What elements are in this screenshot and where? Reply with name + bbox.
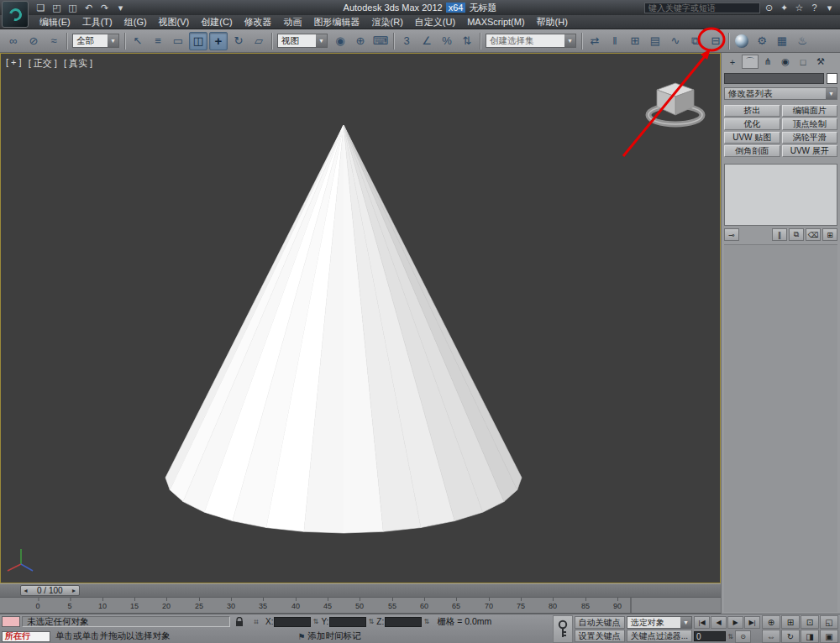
z-coordinate-input[interactable] bbox=[385, 617, 422, 627]
modifier-button-vertex-paint[interactable]: 顶点绘制 bbox=[782, 118, 838, 130]
orbit-icon[interactable]: ↻ bbox=[781, 630, 800, 643]
zoom-extents-icon[interactable]: ⊡ bbox=[801, 615, 819, 629]
modifier-button-optimize[interactable]: 优化 bbox=[724, 118, 780, 130]
time-slider[interactable]: ◂ 0 / 100 ▸ bbox=[0, 583, 721, 597]
maxscript-mini-listener[interactable]: 所在行 bbox=[2, 631, 50, 642]
menu-item-group[interactable]: 组(G) bbox=[118, 15, 153, 29]
reference-coordinate-dropdown[interactable]: 视图 ▾ bbox=[277, 34, 328, 48]
redo-icon[interactable]: ↷ bbox=[97, 2, 112, 14]
menu-item-views[interactable]: 视图(V) bbox=[153, 15, 196, 29]
previous-frame-arrow-icon[interactable]: ◂ bbox=[21, 587, 30, 594]
menu-item-graph-editors[interactable]: 图形编辑器 bbox=[308, 15, 366, 29]
named-selection-set-dropdown[interactable]: 创建选择集 ▾ bbox=[486, 34, 576, 48]
set-keys-button[interactable] bbox=[553, 615, 573, 643]
utilities-tab-icon[interactable]: ⚒ bbox=[812, 55, 829, 69]
z-spinner[interactable]: ⇅ bbox=[423, 618, 430, 625]
menu-item-help[interactable]: 帮助(H) bbox=[531, 15, 574, 29]
modifier-button-unwrap-uvw[interactable]: UVW 展开 bbox=[782, 145, 838, 157]
ribbon-toggle-icon[interactable]: ▤ bbox=[646, 32, 664, 50]
motion-tab-icon[interactable]: ◉ bbox=[777, 55, 794, 69]
menu-item-create[interactable]: 创建(C) bbox=[195, 15, 238, 29]
keyboard-override-icon[interactable]: ⌨ bbox=[371, 32, 390, 50]
modifier-list-dropdown[interactable]: 修改器列表 ▾ bbox=[724, 87, 837, 100]
pin-stack-icon[interactable]: ⊸ bbox=[724, 228, 739, 241]
favorites-icon[interactable]: ☆ bbox=[793, 3, 806, 13]
key-filters-button[interactable]: 关键点过滤器... bbox=[627, 630, 692, 642]
layer-manager-icon[interactable]: ⊞ bbox=[626, 32, 644, 50]
curve-editor-icon[interactable]: ∿ bbox=[666, 32, 685, 50]
bind-space-warp-icon[interactable]: ≈ bbox=[45, 32, 63, 50]
snap-3d-icon[interactable]: 3 bbox=[397, 32, 416, 50]
next-frame-arrow-icon[interactable]: ▸ bbox=[70, 587, 79, 594]
mirror-icon[interactable]: ⇄ bbox=[585, 32, 604, 50]
selection-lock-icon[interactable] bbox=[232, 615, 247, 628]
previous-frame-icon[interactable]: ◀ bbox=[711, 616, 727, 629]
angle-snap-icon[interactable]: ∠ bbox=[417, 32, 436, 50]
menu-item-rendering[interactable]: 渲染(R) bbox=[366, 15, 409, 29]
selected-object-dropdown[interactable]: 选定对象 ▾ bbox=[627, 616, 692, 629]
scene-explorer-icon[interactable]: ⊟ bbox=[706, 32, 725, 50]
select-move-icon[interactable]: + bbox=[209, 32, 228, 50]
menu-item-edit[interactable]: 编辑(E) bbox=[34, 15, 76, 29]
infocenter-search-input[interactable] bbox=[644, 3, 760, 13]
modifier-stack-list[interactable] bbox=[724, 164, 837, 226]
zoom-region-icon[interactable]: ◱ bbox=[820, 615, 838, 629]
play-animation-icon[interactable]: ▶ bbox=[727, 616, 743, 629]
subscription-icon[interactable]: ✦ bbox=[778, 3, 790, 13]
rendered-frame-icon[interactable]: ▦ bbox=[773, 32, 791, 50]
show-end-result-icon[interactable]: ∥ bbox=[772, 228, 787, 241]
y-spinner[interactable]: ⇅ bbox=[367, 618, 375, 625]
schematic-view-icon[interactable]: ⧉ bbox=[686, 32, 705, 50]
key-mode-toggle-icon[interactable]: ⊙ bbox=[735, 630, 751, 643]
menu-item-tools[interactable]: 工具(T) bbox=[76, 15, 118, 29]
frame-spinner[interactable]: ⇅ bbox=[727, 633, 734, 640]
menu-item-modifiers[interactable]: 修改器 bbox=[239, 15, 278, 29]
application-menu-button[interactable] bbox=[2, 1, 29, 28]
maximize-viewport-icon[interactable]: ▣ bbox=[820, 630, 838, 643]
fov-icon[interactable]: ◨ bbox=[801, 630, 819, 643]
absolute-offset-toggle-icon[interactable]: ⌗ bbox=[249, 615, 264, 628]
new-file-icon[interactable]: ❏ bbox=[34, 2, 48, 14]
viewport-view-label[interactable]: [ 正交 ] bbox=[29, 57, 57, 70]
select-scale-icon[interactable]: ▱ bbox=[249, 32, 268, 50]
track-bar[interactable]: 0 5 10 15 20 25 30 35 40 45 50 55 60 65 … bbox=[0, 597, 721, 614]
percent-snap-icon[interactable]: % bbox=[438, 32, 456, 50]
render-setup-icon[interactable]: ⚙ bbox=[753, 32, 771, 50]
select-manipulate-icon[interactable]: ⊕ bbox=[351, 32, 370, 50]
modify-tab-icon[interactable]: ⌒ bbox=[742, 55, 759, 69]
material-editor-icon[interactable] bbox=[732, 32, 751, 50]
x-coordinate-input[interactable] bbox=[274, 617, 311, 627]
align-icon[interactable]: ‖ bbox=[606, 32, 624, 50]
make-unique-icon[interactable]: ⧉ bbox=[789, 228, 804, 241]
time-slider-handle[interactable]: ◂ 0 / 100 ▸ bbox=[20, 585, 80, 596]
view-cube[interactable] bbox=[638, 69, 713, 129]
hierarchy-tab-icon[interactable]: ⋔ bbox=[759, 55, 776, 69]
create-tab-icon[interactable]: + bbox=[724, 55, 741, 69]
spinner-snap-icon[interactable]: ⇅ bbox=[458, 32, 476, 50]
save-file-icon[interactable]: ◫ bbox=[66, 2, 80, 14]
remove-modifier-icon[interactable]: ⌫ bbox=[806, 228, 821, 241]
next-frame-icon[interactable]: ▶| bbox=[744, 616, 760, 629]
viewport-shading-label[interactable]: [ 真实 ] bbox=[64, 57, 92, 70]
x-spinner[interactable]: ⇅ bbox=[312, 618, 319, 625]
window-crossing-icon[interactable]: ◫ bbox=[189, 32, 207, 50]
macro-recorder-field[interactable] bbox=[2, 616, 20, 627]
add-time-tag[interactable]: ⚑ 添加时间标记 bbox=[298, 630, 361, 642]
menu-item-customize[interactable]: 自定义(U) bbox=[409, 15, 461, 29]
go-to-start-icon[interactable]: |◀ bbox=[694, 616, 710, 629]
infocenter-menu-icon[interactable]: ▾ bbox=[823, 3, 836, 13]
cone-object[interactable] bbox=[1, 54, 720, 583]
viewport-menu-plus[interactable]: [ + ] bbox=[6, 57, 22, 70]
search-icon[interactable]: ⊙ bbox=[763, 3, 775, 13]
modifier-button-bevel-profile[interactable]: 倒角剖面 bbox=[724, 145, 780, 157]
modifier-button-turbosmooth[interactable]: 涡轮平滑 bbox=[782, 132, 838, 144]
y-coordinate-input[interactable] bbox=[329, 617, 366, 627]
display-tab-icon[interactable]: □ bbox=[795, 55, 811, 69]
zoom-all-icon[interactable]: ⊞ bbox=[781, 615, 800, 629]
current-frame-input[interactable] bbox=[694, 631, 726, 641]
pan-icon[interactable]: ⇔ bbox=[762, 630, 780, 643]
modifier-button-edit-patch[interactable]: 编辑面片 bbox=[782, 105, 838, 117]
select-object-icon[interactable]: ↖ bbox=[129, 32, 147, 50]
zoom-icon[interactable]: ⊕ bbox=[762, 615, 780, 629]
undo-icon[interactable]: ↶ bbox=[81, 2, 96, 14]
